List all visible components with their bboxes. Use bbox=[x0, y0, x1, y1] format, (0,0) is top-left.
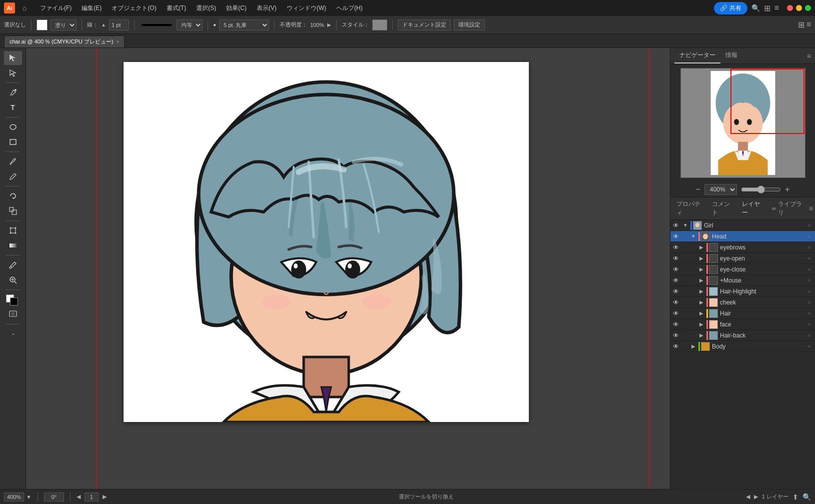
layer-hair-collapse[interactable]: ▶ bbox=[697, 310, 705, 316]
layer-mouse-visibility[interactable]: 👁 bbox=[670, 277, 681, 284]
comments-tab[interactable]: コメント bbox=[708, 198, 738, 220]
cc-library-tab[interactable]: ∞ ライブラリ bbox=[768, 198, 809, 220]
document-settings-button[interactable]: ドキュメント設定 bbox=[398, 20, 451, 30]
layer-eye-open-collapse[interactable]: ▶ bbox=[697, 256, 705, 261]
layer-eye-close-visibility[interactable]: 👁 bbox=[670, 266, 681, 273]
more-tools-btn[interactable]: ··· bbox=[4, 327, 22, 341]
layer-hair-highlight-visibility[interactable]: 👁 bbox=[670, 288, 681, 295]
layer-hair-back-collapse[interactable]: ▶ bbox=[697, 332, 705, 338]
color-boxes[interactable] bbox=[4, 292, 22, 306]
layer-body[interactable]: 👁 ▶ Body ○ bbox=[670, 341, 815, 352]
pencil-tool-btn[interactable] bbox=[4, 170, 22, 184]
menu-object[interactable]: オブジェクト(O) bbox=[108, 3, 160, 14]
layer-hair-highlight[interactable]: 👁 ▶ Hair-Highlight ○ bbox=[670, 286, 815, 297]
layer-face[interactable]: 👁 ▶ face ○ bbox=[670, 319, 815, 330]
more-options-icon[interactable]: ≡ bbox=[806, 20, 811, 30]
layer-eyebrows-collapse[interactable]: ▶ bbox=[697, 244, 705, 250]
style-swatch[interactable] bbox=[372, 20, 387, 30]
menu-help[interactable]: ヘルプ(H) bbox=[332, 3, 367, 14]
info-tab[interactable]: 情報 bbox=[720, 48, 742, 64]
layer-cheek-collapse[interactable]: ▶ bbox=[697, 300, 705, 305]
layer-hair-highlight-options[interactable]: ○ bbox=[805, 288, 813, 294]
layer-girl[interactable]: 👁 ▼ Girl ○ bbox=[670, 220, 815, 231]
layer-head-options[interactable]: ○ bbox=[805, 234, 813, 239]
menu-view[interactable]: 表示(V) bbox=[253, 3, 281, 14]
zoom-out-button[interactable]: − bbox=[696, 185, 700, 194]
screen-mode-btn[interactable] bbox=[4, 308, 22, 322]
window-minimize-button[interactable] bbox=[796, 5, 802, 11]
layer-mouse-options[interactable]: ○ bbox=[805, 278, 813, 283]
zoom-slider[interactable] bbox=[741, 186, 781, 194]
menu-type[interactable]: 書式(T) bbox=[163, 3, 190, 14]
status-nav-next[interactable]: ▶ bbox=[103, 494, 107, 500]
navigator-menu-icon[interactable]: ≡ bbox=[807, 48, 811, 64]
arrange-icon[interactable]: ⊞ bbox=[764, 4, 770, 13]
rectangle-tool-btn[interactable] bbox=[4, 135, 22, 149]
type-tool-btn[interactable]: T bbox=[4, 100, 22, 114]
layer-eye-close-collapse[interactable]: ▶ bbox=[697, 266, 705, 272]
zoom-in-button[interactable]: + bbox=[785, 185, 789, 194]
layer-face-collapse[interactable]: ▶ bbox=[697, 322, 705, 327]
window-maximize-button[interactable] bbox=[805, 5, 811, 11]
rotate-tool-btn[interactable] bbox=[4, 189, 22, 203]
zoom-dropdown-icon[interactable]: ▼ bbox=[26, 494, 32, 500]
navigator-tab[interactable]: ナビゲーター bbox=[674, 48, 720, 64]
zoom-tool-btn[interactable] bbox=[4, 273, 22, 287]
layer-face-visibility[interactable]: 👁 bbox=[670, 321, 681, 328]
search-icon[interactable]: 🔍 bbox=[751, 4, 760, 12]
layers-panel-menu-icon[interactable]: ≡ bbox=[809, 204, 813, 212]
layers-panel[interactable]: 👁 ▼ Girl ○ 👁 ▼ Head ○ bbox=[670, 220, 815, 489]
tab-close-button[interactable]: × bbox=[116, 39, 119, 44]
layer-hair[interactable]: 👁 ▶ Hair ○ bbox=[670, 308, 815, 319]
status-embed-icon[interactable]: ⬆ bbox=[792, 493, 798, 501]
brush-size-select[interactable]: 5 pt. 丸車 bbox=[219, 20, 269, 30]
layer-hair-highlight-collapse[interactable]: ▶ bbox=[697, 288, 705, 294]
canvas-area[interactable] bbox=[26, 48, 670, 489]
gradient-tool-btn[interactable] bbox=[4, 238, 22, 252]
fill-type-select[interactable]: 塗り bbox=[51, 20, 77, 30]
layer-eye-open-visibility[interactable]: 👁 bbox=[670, 255, 681, 262]
layer-eyebrows[interactable]: 👁 ▶ eyebrows ○ bbox=[670, 242, 815, 253]
layer-eye-open-options[interactable]: ○ bbox=[805, 256, 813, 261]
layer-cheek-options[interactable]: ○ bbox=[805, 300, 813, 305]
layer-body-visibility[interactable]: 👁 bbox=[670, 343, 681, 350]
layer-body-options[interactable]: ○ bbox=[805, 344, 813, 349]
layer-girl-collapse[interactable]: ▼ bbox=[681, 222, 689, 228]
share-button[interactable]: 🔗 共有 bbox=[714, 2, 747, 14]
menu-edit[interactable]: 編集(E) bbox=[78, 3, 106, 14]
layer-hair-visibility[interactable]: 👁 bbox=[670, 310, 681, 317]
canvas-document[interactable] bbox=[124, 62, 529, 422]
menu-effect[interactable]: 効果(C) bbox=[222, 3, 251, 14]
direct-selection-tool-btn[interactable] bbox=[4, 66, 22, 80]
pen-tool-btn[interactable] bbox=[4, 86, 22, 100]
layer-eyebrows-options[interactable]: ○ bbox=[805, 244, 813, 250]
scale-tool-btn[interactable] bbox=[4, 204, 22, 218]
layer-eye-open[interactable]: 👁 ▶ eye-open ○ bbox=[670, 253, 815, 264]
status-angle-input[interactable] bbox=[44, 492, 64, 502]
layer-mouse[interactable]: 👁 ▶ +Mouse ○ bbox=[670, 275, 815, 286]
layer-body-collapse[interactable]: ▶ bbox=[689, 344, 697, 349]
layer-head-collapse[interactable]: ▼ bbox=[689, 234, 697, 239]
status-page-input[interactable] bbox=[85, 492, 99, 502]
opacity-more-icon[interactable]: ▶ bbox=[327, 22, 331, 28]
layer-cheek[interactable]: 👁 ▶ cheek ○ bbox=[670, 297, 815, 308]
selection-tool-btn[interactable] bbox=[4, 51, 22, 65]
stroke-type-select[interactable]: 均等 bbox=[177, 20, 203, 30]
layer-hair-options[interactable]: ○ bbox=[805, 310, 813, 316]
layer-hair-back-visibility[interactable]: 👁 bbox=[670, 332, 681, 339]
layer-eye-close-options[interactable]: ○ bbox=[805, 266, 813, 272]
layer-head[interactable]: 👁 ▼ Head ○ bbox=[670, 231, 815, 242]
menu-file[interactable]: ファイル(F) bbox=[36, 3, 76, 14]
home-icon[interactable]: ⌂ bbox=[19, 2, 30, 14]
eyedropper-tool-btn[interactable] bbox=[4, 258, 22, 272]
stroke-weight-input[interactable] bbox=[109, 20, 129, 30]
window-close-button[interactable] bbox=[787, 5, 793, 11]
arrange-windows-icon[interactable]: ⊞ bbox=[798, 20, 804, 30]
status-arrow-right[interactable]: ▶ bbox=[754, 494, 758, 500]
properties-tab[interactable]: プロパティ bbox=[672, 198, 708, 220]
document-tab[interactable]: char.ai @ 400 % (CMYK/CPU プレビュー) × bbox=[4, 36, 125, 48]
layer-eye-close[interactable]: 👁 ▶ eye-close ○ bbox=[670, 264, 815, 275]
status-zoom-input[interactable] bbox=[4, 492, 24, 502]
fill-swatch[interactable] bbox=[37, 20, 48, 30]
status-nav-prev[interactable]: ◀ bbox=[77, 494, 81, 500]
